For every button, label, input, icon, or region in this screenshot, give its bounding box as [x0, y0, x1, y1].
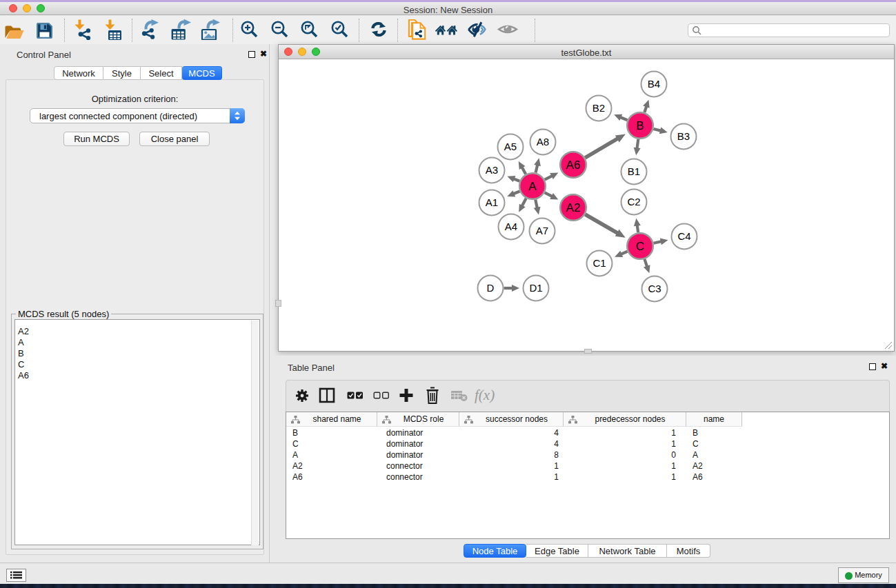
svg-text:B3: B3 [677, 130, 690, 142]
svg-text:D: D [487, 282, 495, 294]
svg-text:A: A [528, 180, 537, 193]
svg-text:C: C [636, 240, 644, 253]
svg-text:A4: A4 [505, 221, 517, 232]
svg-text:C1: C1 [593, 257, 606, 269]
svg-text:A5: A5 [504, 141, 517, 152]
svg-text:D1: D1 [529, 282, 542, 294]
svg-text:C4: C4 [677, 230, 690, 242]
svg-text:A8: A8 [537, 136, 549, 148]
svg-text:A7: A7 [536, 225, 548, 236]
svg-text:A2: A2 [566, 201, 581, 214]
svg-text:C2: C2 [627, 196, 640, 207]
svg-text:B1: B1 [628, 165, 640, 177]
svg-text:A1: A1 [486, 196, 498, 208]
svg-text:B4: B4 [648, 78, 660, 90]
svg-text:B: B [636, 119, 644, 132]
svg-text:A6: A6 [566, 159, 581, 172]
svg-text:A3: A3 [486, 164, 498, 176]
svg-text:C3: C3 [648, 283, 661, 294]
svg-text:B2: B2 [593, 102, 605, 114]
